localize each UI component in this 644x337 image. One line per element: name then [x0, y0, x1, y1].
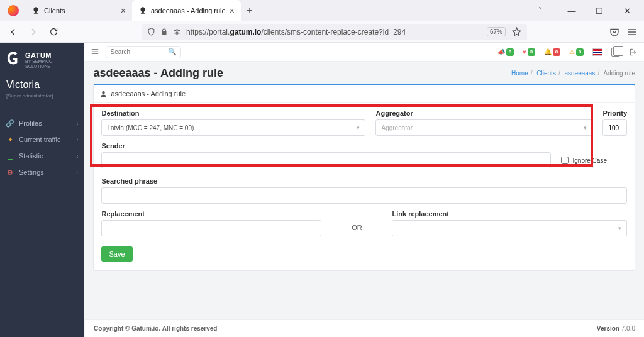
- brand-logo-icon: [6, 52, 20, 69]
- window-close-button[interactable]: ✕: [619, 6, 635, 16]
- brand: GATUM BY SEMPICO SOLUTIONS: [0, 48, 84, 75]
- window-maximize-button[interactable]: ☐: [591, 6, 608, 16]
- sidebar-item-label: Statistic: [19, 152, 43, 160]
- traffic-icon: ✦: [6, 136, 14, 143]
- bookmark-star-icon[interactable]: [511, 26, 522, 38]
- link-replacement-select[interactable]: [392, 220, 627, 236]
- hamburger-icon[interactable]: [91, 47, 101, 57]
- tab-title: Clients: [44, 7, 65, 14]
- sender-input[interactable]: [101, 152, 551, 168]
- crumb-clients[interactable]: Clients: [536, 70, 556, 77]
- favicon-icon: [31, 6, 40, 15]
- forward-button[interactable]: [26, 25, 40, 39]
- permissions-icon[interactable]: [173, 28, 181, 36]
- logout-icon[interactable]: [629, 48, 638, 57]
- crumb-home[interactable]: Home: [511, 70, 528, 77]
- browser-tab-clients[interactable]: Clients ×: [25, 0, 132, 21]
- footer-version: Version 7.0.0: [597, 325, 635, 332]
- new-tab-button[interactable]: +: [241, 0, 258, 21]
- chevron-left-icon: ‹: [76, 136, 78, 143]
- close-icon[interactable]: ×: [121, 6, 126, 16]
- sidebar-item-settings[interactable]: ⚙ Settings ‹: [0, 164, 84, 180]
- reload-button[interactable]: [47, 25, 60, 39]
- panel-title: asdeeaaas - Adding rule: [111, 90, 186, 97]
- chart-icon: ▁: [6, 152, 14, 160]
- fullscreen-icon[interactable]: [611, 48, 620, 57]
- shield-icon[interactable]: [147, 28, 155, 36]
- save-button[interactable]: Save: [101, 246, 132, 262]
- label-sender: Sender: [101, 142, 551, 150]
- firefox-logo-icon: [8, 5, 19, 16]
- menu-icon[interactable]: [626, 26, 638, 38]
- tab-title: asdeeaaas - Adding rule: [151, 7, 226, 14]
- page-title: asdeeaaas - Adding rule: [93, 67, 223, 80]
- label-aggregator: Aggregator: [375, 109, 592, 117]
- notif-badge-1[interactable]: 📣8: [497, 48, 514, 56]
- chevron-left-icon: ‹: [76, 120, 78, 127]
- label-replacement: Replacement: [101, 210, 321, 218]
- panel-header: asdeeaaas - Adding rule: [94, 85, 635, 103]
- searched-phrase-input[interactable]: [101, 187, 627, 204]
- footer-copyright: Copyright © Gatum.io. All rights reserve…: [94, 325, 217, 332]
- breadcrumb: Home/ Clients/ asdeeaaas/ Adding rule: [511, 70, 635, 77]
- user-icon: [100, 91, 107, 97]
- link-icon: 🔗: [6, 119, 14, 127]
- sidebar-item-current-traffic[interactable]: ✦ Current traffic ‹: [0, 131, 84, 148]
- brand-name: GATUM: [25, 52, 78, 59]
- search-input[interactable]: [110, 48, 160, 55]
- crumb-client[interactable]: asdeeaaas: [564, 70, 595, 77]
- crumb-current: Adding rule: [603, 70, 635, 77]
- label-priority: Priority: [602, 109, 627, 117]
- sidebar: GATUM BY SEMPICO SOLUTIONS Victoria [Sup…: [0, 43, 84, 337]
- label-ignore-case: Ignore Case: [572, 157, 606, 164]
- pocket-icon[interactable]: [609, 26, 620, 38]
- sidebar-item-label: Settings: [19, 168, 44, 176]
- tabs-dropdown-icon[interactable]: ˅: [538, 0, 542, 21]
- close-icon[interactable]: ×: [230, 6, 235, 16]
- notif-badge-4[interactable]: ⚠8: [569, 48, 584, 56]
- panel: asdeeaaas - Adding rule Destination Latv…: [93, 84, 635, 271]
- search-icon[interactable]: 🔍: [168, 48, 177, 56]
- sidebar-item-statistic[interactable]: ▁ Statistic ‹: [0, 148, 84, 164]
- user-role: [Super administrator]: [6, 93, 78, 99]
- address-bar[interactable]: https://portal.gatum.io/clients/sms-cont…: [142, 24, 527, 40]
- label-destination: Destination: [101, 109, 365, 117]
- url-text: https://portal.gatum.io/clients/sms-cont…: [186, 28, 482, 36]
- favicon-icon: [138, 6, 147, 15]
- topbar: 🔍 📣8 ♥3 🔔8 ⚠8: [84, 43, 644, 62]
- gear-icon: ⚙: [6, 168, 14, 176]
- label-link-replacement: Link replacement: [392, 210, 627, 218]
- sidebar-item-profiles[interactable]: 🔗 Profiles ‹: [0, 115, 84, 131]
- label-searched-phrase: Searched phrase: [101, 177, 627, 185]
- or-separator: OR: [331, 210, 382, 236]
- aggregator-select[interactable]: Aggregator: [375, 119, 592, 136]
- lock-icon[interactable]: [160, 28, 168, 36]
- search-box[interactable]: 🔍: [106, 46, 181, 58]
- sidebar-item-label: Current traffic: [19, 136, 60, 143]
- notif-badge-3[interactable]: 🔔8: [544, 48, 560, 56]
- language-flag-icon[interactable]: [592, 48, 602, 56]
- back-button[interactable]: [6, 25, 20, 39]
- window-minimize-button[interactable]: —: [564, 6, 580, 16]
- replacement-input[interactable]: [101, 220, 321, 236]
- notif-badge-2[interactable]: ♥3: [523, 48, 535, 56]
- sidebar-item-label: Profiles: [19, 119, 42, 127]
- ignore-case-checkbox[interactable]: Ignore Case: [561, 152, 606, 168]
- zoom-level[interactable]: 67%: [487, 27, 506, 36]
- destination-select[interactable]: Latvia (MCC = 247, MNC = 00): [101, 119, 365, 136]
- browser-tab-adding-rule[interactable]: asdeeaaas - Adding rule ×: [132, 0, 241, 21]
- user-name: Victoria: [6, 79, 78, 91]
- chevron-left-icon: ‹: [76, 169, 78, 176]
- footer: Copyright © Gatum.io. All rights reserve…: [85, 319, 644, 337]
- chevron-left-icon: ‹: [76, 153, 78, 160]
- priority-input[interactable]: [602, 119, 627, 136]
- brand-subtitle: BY SEMPICO SOLUTIONS: [25, 59, 78, 69]
